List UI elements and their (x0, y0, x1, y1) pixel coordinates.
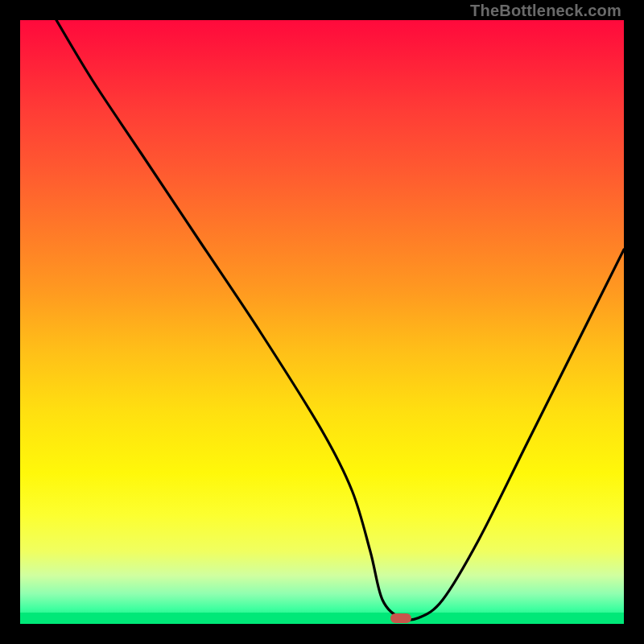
minimum-marker (390, 613, 411, 623)
watermark: TheBottleneck.com (470, 2, 621, 20)
plot-area (20, 20, 624, 624)
chart-container: TheBottleneck.com (0, 0, 644, 644)
bottleneck-curve (20, 20, 624, 624)
